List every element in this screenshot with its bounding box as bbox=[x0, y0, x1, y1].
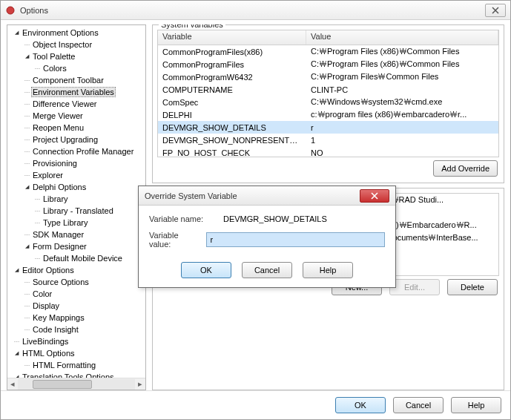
tree-item-label: SDK Manager bbox=[31, 230, 85, 239]
tree-item-label: Library bbox=[42, 194, 70, 203]
edit-button[interactable]: Edit... bbox=[389, 279, 440, 295]
scrollbar-thumb[interactable] bbox=[33, 380, 92, 389]
table-row[interactable]: DEVMGR_SHOW_NONPRESENT_DEVICES1 bbox=[158, 134, 498, 146]
table-row[interactable]: CommonProgramFilesC:￦Program Files (x86)… bbox=[158, 58, 498, 70]
tree-item-label: Source Options bbox=[31, 278, 90, 286]
tree-item[interactable]: ◢Delphi Options bbox=[7, 181, 145, 193]
tree-branch-icon: ····· bbox=[22, 302, 31, 309]
column-value[interactable]: Value bbox=[306, 30, 498, 45]
window-close-button[interactable] bbox=[485, 4, 506, 17]
tree-item-label: Display bbox=[31, 301, 61, 310]
table-row[interactable]: ComSpecC:￦Windows￦system32￦cmd.exe bbox=[158, 96, 498, 108]
tree-item[interactable]: ◢Editor Options bbox=[7, 264, 145, 276]
tree-item[interactable]: ·····Colors bbox=[7, 62, 145, 74]
tree-expand-icon[interactable]: ◢ bbox=[22, 243, 31, 249]
tree-item[interactable]: ·····Code Insight bbox=[7, 324, 145, 335]
tree-item[interactable]: ·····Connection Profile Manager bbox=[7, 145, 145, 157]
tree-branch-icon: ····· bbox=[33, 195, 42, 203]
scroll-left-icon[interactable]: ◂ bbox=[7, 379, 18, 390]
tree-item[interactable]: ·····Object Inspector bbox=[7, 39, 145, 50]
modal-help-button[interactable]: Help bbox=[303, 262, 353, 278]
options-tree[interactable]: ◢Environment Options·····Object Inspecto… bbox=[7, 24, 146, 390]
modal-cancel-button[interactable]: Cancel bbox=[242, 262, 292, 278]
tree-item[interactable]: ·····LiveBindings bbox=[7, 335, 145, 347]
titlebar: Options bbox=[1, 1, 510, 20]
tree-item[interactable]: ◢Environment Options bbox=[7, 27, 145, 39]
variable-name-label: Variable name: bbox=[149, 214, 216, 223]
modal-close-button[interactable] bbox=[360, 189, 389, 203]
tree-item[interactable]: ·····Source Options bbox=[7, 276, 145, 288]
ok-button[interactable]: OK bbox=[335, 397, 386, 413]
tree-item[interactable]: ◢HTML Options bbox=[7, 347, 145, 359]
tree-item-label: Type Library bbox=[42, 218, 90, 227]
tree-item[interactable]: ◢Translation Tools Options bbox=[7, 371, 145, 378]
scroll-right-icon[interactable]: ▸ bbox=[135, 379, 145, 390]
cell-variable: COMPUTERNAME bbox=[158, 85, 306, 95]
system-variables-group: System variables Variable Value CommonPr… bbox=[152, 24, 504, 183]
tree-item-label: Provisioning bbox=[31, 159, 79, 168]
tree-item-label: LiveBindings bbox=[21, 337, 70, 346]
system-variables-list[interactable]: Variable Value CommonProgramFiles(x86)C:… bbox=[157, 30, 499, 157]
table-row[interactable]: CommonProgramFiles(x86)C:￦Program Files … bbox=[158, 45, 498, 58]
tree-expand-icon[interactable]: ◢ bbox=[22, 184, 31, 190]
tree-branch-icon: ····· bbox=[22, 290, 31, 298]
tree-expand-icon[interactable]: ◢ bbox=[12, 350, 21, 356]
tree-item[interactable]: ·····Default Mobile Device bbox=[7, 252, 145, 264]
tree-item-label: HTML Options bbox=[21, 349, 76, 358]
variable-name-value: DEVMGR_SHOW_DETAILS bbox=[223, 214, 385, 223]
cell-variable: CommonProgramFiles(x86) bbox=[158, 47, 306, 57]
table-row[interactable]: FP_NO_HOST_CHECKNO bbox=[158, 146, 498, 157]
tree-item[interactable]: ·····Project Upgrading bbox=[7, 134, 145, 145]
tree-branch-icon: ····· bbox=[22, 361, 31, 369]
cell-variable: DEVMGR_SHOW_DETAILS bbox=[158, 122, 306, 133]
table-row[interactable]: COMPUTERNAMECLINT-PC bbox=[158, 83, 498, 96]
cell-value: r bbox=[306, 122, 498, 133]
table-row[interactable]: DELPHIc:￦program files (x86)￦embarcadero… bbox=[158, 108, 498, 121]
tree-item[interactable]: ·····Key Mappings bbox=[7, 312, 145, 324]
help-button[interactable]: Help bbox=[451, 397, 501, 413]
cell-variable: CommonProgramFiles bbox=[158, 59, 306, 70]
tree-item[interactable]: ·····SDK Manager bbox=[7, 229, 145, 240]
tree-item[interactable]: ·····Merge Viewer bbox=[7, 110, 145, 122]
tree-horizontal-scrollbar[interactable]: ◂ ▸ bbox=[7, 378, 145, 390]
tree-item[interactable]: ·····Color bbox=[7, 288, 145, 300]
add-override-button[interactable]: Add Override bbox=[433, 160, 498, 177]
variable-value-label: Variable value: bbox=[149, 231, 199, 249]
tree-item[interactable]: ·····Type Library bbox=[7, 217, 145, 229]
table-row[interactable]: CommonProgramW6432C:￦Program Files￦Commo… bbox=[158, 70, 498, 83]
cell-value: C:￦Program Files (x86)￦Common Files bbox=[306, 45, 498, 58]
cell-value: NO bbox=[306, 148, 498, 158]
tree-item-label: Form Designer bbox=[31, 242, 88, 251]
tree-item[interactable]: ·····Environment Variables bbox=[7, 86, 145, 98]
tree-item[interactable]: ·····Explorer bbox=[7, 169, 145, 181]
tree-item-label: Delphi Options bbox=[31, 183, 88, 191]
modal-titlebar: Override System Variable bbox=[139, 186, 395, 206]
cancel-button[interactable]: Cancel bbox=[393, 397, 444, 413]
tree-item[interactable]: ·····Provisioning bbox=[7, 157, 145, 169]
tree-item-label: Colors bbox=[42, 64, 68, 73]
cell-variable: DEVMGR_SHOW_NONPRESENT_DEVICES bbox=[158, 135, 306, 145]
tree-branch-icon: ····· bbox=[33, 219, 42, 226]
tree-item-label: Tool Palette bbox=[31, 52, 76, 61]
tree-item[interactable]: ◢Form Designer bbox=[7, 240, 145, 252]
tree-expand-icon[interactable]: ◢ bbox=[12, 267, 21, 273]
tree-item[interactable]: ·····Reopen Menu bbox=[7, 122, 145, 134]
tree-item[interactable]: ·····Component Toolbar bbox=[7, 74, 145, 86]
tree-branch-icon: ····· bbox=[22, 148, 31, 155]
tree-item-label: Key Mappings bbox=[31, 313, 86, 322]
table-row[interactable]: DEVMGR_SHOW_DETAILSr bbox=[158, 121, 498, 134]
tree-item-label: Color bbox=[31, 289, 53, 298]
tree-expand-icon[interactable]: ◢ bbox=[12, 30, 21, 36]
tree-item[interactable]: ·····Difference Viewer bbox=[7, 98, 145, 110]
tree-item[interactable]: ·····Library bbox=[7, 193, 145, 205]
tree-expand-icon[interactable]: ◢ bbox=[22, 53, 31, 59]
variable-value-input[interactable] bbox=[206, 232, 385, 247]
tree-item[interactable]: ◢Tool Palette bbox=[7, 50, 145, 62]
tree-item[interactable]: ·····Display bbox=[7, 300, 145, 312]
column-variable[interactable]: Variable bbox=[158, 30, 306, 45]
tree-item[interactable]: ·····Library - Translated bbox=[7, 205, 145, 217]
delete-button[interactable]: Delete bbox=[447, 279, 498, 295]
modal-ok-button[interactable]: OK bbox=[181, 262, 231, 278]
app-icon bbox=[5, 5, 16, 16]
tree-item[interactable]: ·····HTML Formatting bbox=[7, 359, 145, 371]
